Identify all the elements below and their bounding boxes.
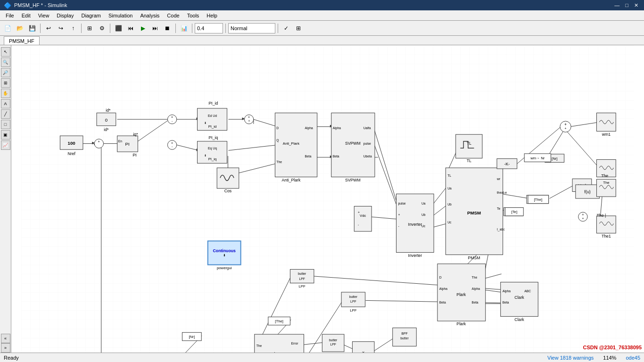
status-ready: Ready: [4, 355, 19, 361]
svg-text:+: +: [582, 217, 584, 220]
svg-text:PMSM: PMSM: [468, 255, 480, 260]
svg-text:PI_iq: PI_iq: [209, 135, 218, 140]
minimize-button[interactable]: —: [612, 2, 621, 8]
sidebar-bottom: « »: [1, 334, 10, 353]
svg-text:The1: The1: [602, 234, 611, 239]
redo-button[interactable]: ↪: [55, 23, 66, 34]
sep6: [225, 24, 226, 33]
svg-text:Beta: Beta: [439, 301, 446, 304]
menu-edit[interactable]: Edit: [18, 12, 34, 19]
svg-text:+: +: [171, 115, 173, 119]
svg-text:+: +: [248, 119, 250, 123]
svg-text:Alpha: Alpha: [439, 287, 448, 291]
sidebar-area[interactable]: ▣: [1, 130, 10, 140]
svg-text:⬇: ⬇: [204, 154, 206, 157]
sep1: [40, 24, 41, 33]
svg-text:PI_id: PI_id: [209, 101, 218, 106]
fit-button[interactable]: ⊞: [84, 23, 95, 34]
chart-button[interactable]: 📊: [178, 23, 190, 34]
svg-text:-: -: [172, 119, 173, 123]
close-button[interactable]: ✕: [632, 2, 640, 8]
svg-rect-186: [290, 269, 314, 283]
svg-text:obsever: obsever: [272, 352, 287, 353]
grid-button[interactable]: ⊞: [293, 23, 304, 34]
svg-text:The: The: [601, 173, 608, 178]
sidebar-collapse[interactable]: «: [1, 334, 10, 343]
time-input[interactable]: [195, 23, 223, 33]
toolbar: 📄 📂 💾 ↩ ↪ ↑ ⊞ ⚙ ⬛ ⏮ ▶ ⏭ ⏹ 📊 ✓ ⊞: [0, 21, 644, 36]
run-button[interactable]: ▶: [137, 23, 149, 34]
svg-text:PI_iq: PI_iq: [208, 157, 217, 162]
sidebar: ↖ 🔍 🔎 ⊞ ✋ A ╱ □ ▣ 📈 « »: [0, 45, 11, 353]
sidebar-zoom-in[interactable]: 🔍: [1, 58, 10, 67]
sidebar-zoom-out[interactable]: 🔎: [1, 68, 10, 77]
status-right: View 1818 warnings 114% ode45: [547, 355, 640, 361]
undo-button[interactable]: ↩: [43, 23, 54, 34]
check-button[interactable]: ✓: [281, 23, 292, 34]
svg-text:Cos: Cos: [224, 189, 232, 193]
stop-button[interactable]: ⬛: [113, 23, 124, 34]
mode-input[interactable]: [228, 23, 275, 33]
menu-code[interactable]: Code: [163, 12, 183, 19]
svg-text:TL: TL: [447, 174, 451, 177]
sidebar-select[interactable]: ↖: [1, 47, 10, 57]
sep2: [81, 24, 82, 33]
menu-simulation[interactable]: Simulation: [105, 12, 136, 19]
diagram[interactable]: 100 Nref 0 id* + - PI PI + - + - PI_id: [11, 45, 644, 353]
svg-text:I_abc: I_abc: [497, 228, 505, 231]
open-button[interactable]: 📂: [14, 23, 25, 34]
menubar: File Edit View Display Diagram Simulatio…: [0, 10, 644, 21]
svg-text:+: +: [98, 140, 100, 144]
svg-text:LPF: LPF: [330, 343, 336, 346]
step-fwd-button[interactable]: ⏭: [149, 23, 161, 34]
svg-text:The: The: [603, 181, 609, 185]
titlebar-controls[interactable]: — □ ✕: [612, 2, 640, 8]
sidebar-text[interactable]: A: [1, 99, 10, 108]
watermark: CSDN @2301_76338095: [583, 345, 642, 350]
svg-text:D: D: [439, 276, 442, 279]
svg-text:-: -: [398, 224, 399, 228]
menu-analysis[interactable]: Analysis: [136, 12, 163, 19]
sidebar-scope[interactable]: 📈: [1, 140, 10, 150]
sidebar-expand[interactable]: »: [1, 343, 10, 353]
new-button[interactable]: 📄: [2, 23, 13, 34]
svg-text:Ub: Ub: [421, 213, 426, 216]
svg-text:LPF: LPF: [299, 284, 305, 288]
menu-file[interactable]: File: [2, 12, 18, 19]
menu-tools[interactable]: Tools: [183, 12, 203, 19]
svg-text:butter: butter: [400, 337, 409, 340]
svg-text:Beta: Beta: [503, 301, 509, 304]
titlebar: 🔷 PMSM_HF * - Simulink — □ ✕: [0, 0, 644, 10]
svg-text:SVPWM: SVPWM: [345, 178, 361, 182]
svg-text:Beta: Beta: [305, 155, 311, 158]
sidebar-line[interactable]: ╱: [1, 109, 10, 119]
svg-text:ABC: ABC: [524, 289, 531, 293]
up-button[interactable]: ↑: [67, 23, 79, 34]
menu-help[interactable]: Help: [203, 12, 221, 19]
settings-button[interactable]: ⚙: [96, 23, 107, 34]
status-warnings[interactable]: View 1818 warnings: [547, 355, 594, 361]
svg-text:The: The: [472, 276, 478, 279]
menu-diagram[interactable]: Diagram: [77, 12, 105, 19]
svg-text:Alpha: Alpha: [333, 126, 341, 130]
menu-view[interactable]: View: [34, 12, 53, 19]
tab-pmsm-hf[interactable]: PMSM_HF: [4, 36, 40, 45]
pause-button[interactable]: ⏹: [162, 23, 173, 34]
sidebar-fit[interactable]: ⊞: [1, 78, 10, 88]
svg-text:Alpha: Alpha: [305, 126, 313, 130]
svg-text:SVPWM: SVPWM: [345, 141, 361, 146]
svg-text:En: En: [118, 140, 123, 143]
save-button[interactable]: 💾: [26, 23, 38, 34]
svg-text:+: +: [565, 127, 567, 130]
svg-text:butter: butter: [329, 338, 338, 342]
step-back-button[interactable]: ⏮: [125, 23, 136, 34]
sidebar-annot[interactable]: □: [1, 120, 10, 129]
svg-text:Q: Q: [276, 139, 279, 142]
maximize-button[interactable]: □: [623, 2, 630, 8]
svg-text:TL: TL: [467, 141, 471, 146]
svg-text:Anti_Plark: Anti_Plark: [282, 178, 301, 182]
menu-display[interactable]: Display: [53, 12, 77, 19]
svg-text:butter: butter: [349, 295, 358, 298]
sidebar-pan[interactable]: ✋: [1, 89, 10, 98]
svg-text:100: 100: [68, 141, 75, 146]
